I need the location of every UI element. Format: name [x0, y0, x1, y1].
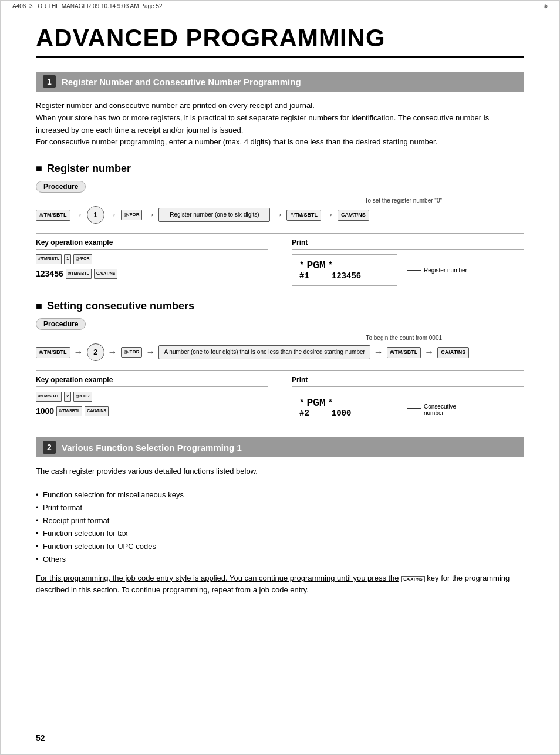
footer-key: CA/AT/NS — [401, 576, 425, 582]
key-for-2: @/FOR — [121, 347, 143, 358]
diagram1: To set the register number "0" #/TM/SBTL… — [36, 197, 524, 224]
header-crosshair: ⊕ — [543, 3, 548, 9]
page-title: ADVANCED PROGRAMMING — [36, 24, 524, 58]
example-col-1: Key operation example #/TM/SBTL 1 @/FOR … — [36, 238, 268, 286]
print-pgm-2: * PGM * — [299, 397, 390, 409]
pgm-text-1: PGM — [306, 259, 325, 271]
print-label-text-1: Register number — [424, 267, 467, 274]
star1: * — [299, 261, 304, 270]
section1-title: Register Number and Consecutive Number P… — [62, 77, 301, 87]
section2-bullets: Function selection for miscellaneous key… — [36, 488, 524, 567]
arrow10: → — [424, 347, 434, 358]
page-wrapper: A406_3 FOR THE MANAGER 09.10.14 9:03 AM … — [0, 0, 560, 755]
print-label-text-2: Consecutive number — [424, 403, 456, 416]
key-reg-num: Register number (one to six digits) — [158, 208, 270, 222]
arrow1: → — [74, 210, 83, 220]
label-line-1 — [407, 270, 421, 271]
bullet-1: Function selection for miscellaneous key… — [36, 488, 524, 501]
section2-num: 2 — [43, 441, 56, 454]
key-desc-box: A number (one to four digits) that is on… — [158, 345, 370, 359]
diagram2: To begin the count from 0001 #/TM/SBTL →… — [36, 335, 524, 361]
ex-key-htm1: #/TM/SBTL — [36, 254, 62, 264]
bullet-3: Receipt print format — [36, 514, 524, 527]
key-ca-at-ns-2: CA/AT/NS — [437, 347, 469, 358]
section2-intro: The cash register provides various detai… — [36, 466, 524, 478]
bullet-2: Print format — [36, 501, 524, 514]
print-col-1: Print * PGM * #1 123456 — [292, 238, 524, 286]
print-label-2: Consecutive number — [407, 403, 456, 416]
procedure-badge-1: Procedure — [36, 181, 86, 193]
print-box-1: * PGM * #1 123456 — [292, 254, 397, 286]
key-htm-sbtl-3: #/TM/SBTL — [36, 347, 70, 358]
flow-hint-1: To set the register number "0" — [36, 197, 442, 204]
section2-title: Various Function Selection Programming 1 — [62, 443, 242, 453]
ex-key-htm3: #/TM/SBTL — [36, 392, 62, 402]
key-num2: 2 — [87, 343, 104, 361]
section1-num: 1 — [43, 75, 56, 88]
subsection1-title: Register number — [36, 163, 524, 175]
arrow3: → — [146, 210, 155, 220]
ex-key-for1: @/FOR — [73, 254, 92, 264]
arrow5: → — [325, 210, 334, 220]
flow-row-1: #/TM/SBTL → 1 → @/FOR → Register number … — [36, 206, 524, 224]
example-header-2: Key operation example — [36, 376, 268, 387]
print-detail-2: #2 1000 — [299, 409, 390, 418]
bullet-6: Others — [36, 553, 524, 566]
key-num1: 1 — [87, 206, 104, 224]
subsection2-title: Setting consecutive numbers — [36, 300, 524, 312]
label-line-2 — [407, 408, 421, 409]
flow-row-2: #/TM/SBTL → 2 → @/FOR → A number (one to… — [36, 343, 524, 361]
ex-key-ca1: CA/AT/NS — [94, 269, 118, 279]
subsection2: Setting consecutive numbers Procedure To… — [36, 300, 524, 423]
hash1: #1 — [299, 271, 309, 281]
key-ca-at-ns-1: CA/AT/NS — [338, 210, 369, 221]
example-header-1: Key operation example — [36, 238, 268, 250]
header-left: A406_3 FOR THE MANAGER 09.10.14 9:03 AM … — [12, 3, 163, 9]
print-pgm-1: * PGM * — [299, 259, 390, 271]
key-htm-sbtl-1: #/TM/SBTL — [36, 210, 70, 221]
procedure-badge-2: Procedure — [36, 318, 86, 330]
ex-key-htm2: #/TM/SBTL — [66, 269, 92, 279]
intro-line1: Register number and consecutive number a… — [36, 100, 524, 112]
key-op-example-1: #/TM/SBTL 1 @/FOR 123456 #/TM/SBTL CA/AT… — [36, 254, 268, 281]
section2-footer: For this programming, the job code entry… — [36, 572, 524, 597]
section2-header: 2 Various Function Selection Programming… — [36, 437, 524, 457]
section1-header: 1 Register Number and Consecutive Number… — [36, 72, 524, 92]
arrow8: → — [146, 347, 155, 358]
star3: * — [299, 398, 304, 407]
key-op-example-2: #/TM/SBTL 2 @/FOR 1000 #/TM/SBTL CA/AT/N… — [36, 392, 268, 419]
ex-key-htm4: #/TM/SBTL — [56, 406, 82, 416]
print-value-2: 1000 — [332, 409, 352, 418]
header-bar: A406_3 FOR THE MANAGER 09.10.14 9:03 AM … — [1, 1, 559, 12]
arrow9: → — [374, 347, 383, 358]
arrow7: → — [108, 347, 117, 358]
print-value-1: 123456 — [332, 271, 361, 281]
bullet-4: Function selection for tax — [36, 527, 524, 540]
footer-text1: For this programming, the job code entry… — [36, 574, 399, 582]
example-col-2: Key operation example #/TM/SBTL 2 @/FOR … — [36, 376, 268, 423]
main-content: ADVANCED PROGRAMMING 1 Register Number a… — [1, 12, 559, 631]
hash2: #2 — [299, 409, 309, 418]
ex-num-1: 123456 — [36, 267, 63, 281]
pgm-text-2: PGM — [306, 397, 325, 409]
print-box-2: * PGM * #2 1000 — [292, 392, 397, 423]
key-htm-sbtl-2: #/TM/SBTL — [286, 210, 321, 221]
key-for-1: @/FOR — [121, 210, 143, 220]
ex-num-2: 1000 — [36, 404, 54, 419]
ex-key-1: 1 — [64, 254, 71, 264]
key-htm-sbtl-4: #/TM/SBTL — [387, 347, 421, 358]
star2: * — [328, 261, 333, 270]
arrow2: → — [108, 210, 117, 220]
section1-intro: Register number and consecutive number a… — [36, 100, 524, 149]
flow-hint-2: To begin the count from 0001 — [36, 335, 442, 341]
print-detail-1: #1 123456 — [299, 271, 390, 281]
ex-key-2: 2 — [64, 392, 71, 402]
arrow6: → — [74, 347, 83, 358]
ex-key-for2: @/FOR — [73, 392, 92, 402]
arrow4: → — [274, 210, 283, 220]
bullet-5: Function selection for UPC codes — [36, 540, 524, 553]
intro-line2: When your store has two or more register… — [36, 112, 524, 137]
page-number: 52 — [36, 733, 45, 743]
print-header-1: Print — [292, 238, 524, 250]
star4: * — [328, 398, 333, 407]
